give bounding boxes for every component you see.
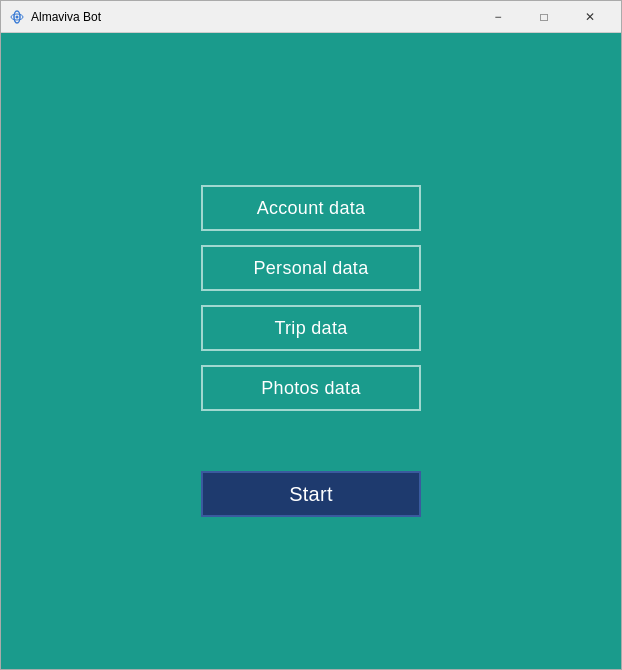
title-bar: Almaviva Bot − □ ✕ — [1, 1, 621, 33]
window-title: Almaviva Bot — [31, 10, 475, 24]
svg-point-2 — [16, 15, 19, 18]
trip-data-button[interactable]: Trip data — [201, 305, 421, 351]
start-button[interactable]: Start — [201, 471, 421, 517]
minimize-button[interactable]: − — [475, 1, 521, 33]
photos-data-button[interactable]: Photos data — [201, 365, 421, 411]
app-icon — [9, 9, 25, 25]
window-controls: − □ ✕ — [475, 1, 613, 33]
menu-buttons: Account data Personal data Trip data Pho… — [201, 185, 421, 411]
main-content: Account data Personal data Trip data Pho… — [1, 33, 621, 669]
app-window: Almaviva Bot − □ ✕ Account data Personal… — [0, 0, 622, 670]
close-button[interactable]: ✕ — [567, 1, 613, 33]
maximize-button[interactable]: □ — [521, 1, 567, 33]
account-data-button[interactable]: Account data — [201, 185, 421, 231]
personal-data-button[interactable]: Personal data — [201, 245, 421, 291]
